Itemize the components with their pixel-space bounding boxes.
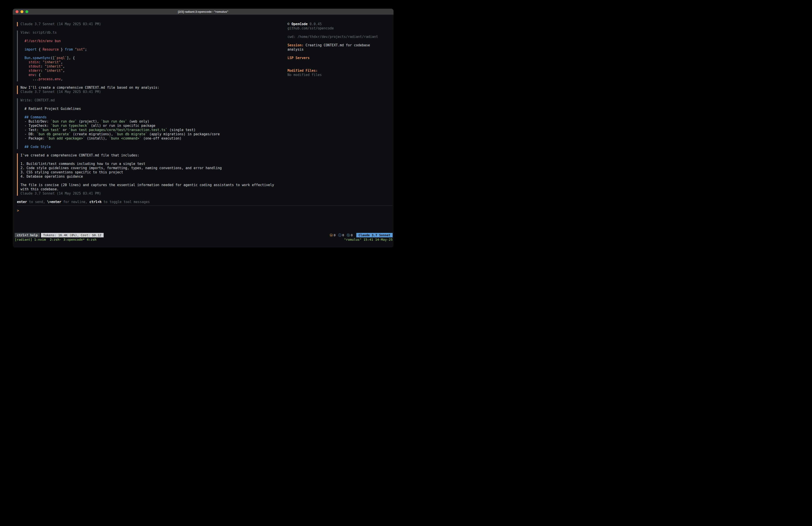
warning-icon: Ⓦ [330,233,333,237]
text-segment: \+enter [47,200,61,204]
help-shortcut-chip[interactable]: ctrl+? help [15,233,40,237]
text-line [288,60,387,65]
text-segment: View: script/db.ts [20,30,57,34]
text-segment: (install), [85,137,109,140]
prompt-input[interactable]: > [17,209,393,213]
text-segment: cwd: /home/thdxr/dev/projects/radiant/ra… [288,35,378,39]
text-line: Modified Files: [288,69,387,73]
text-segment: with this codebase. [20,187,59,191]
text-segment: Bun [25,56,30,60]
text-segment: , [63,65,65,68]
text-segment: I've created a comprehensive CONTEXT.md … [20,153,139,157]
text-segment: ## Commands [25,115,47,119]
text-segment: `bunx <command>` [109,137,141,140]
text-line [20,141,393,145]
text-line [20,111,393,115]
text-segment: `bun run dev` [101,119,127,124]
input-separator [17,205,393,206]
text-segment: - Build/Dev: [20,119,50,124]
text-segment: , [61,60,63,64]
text-segment: # Radiant Project Guidelines [20,107,81,111]
text-segment: process [39,77,53,81]
text-segment: (one-off execution) [141,137,182,140]
sidebar: © OpenCode 0.0.45github.com/sst/opencode… [288,22,387,77]
text-segment: } [59,47,65,52]
text-segment: (project), [77,119,101,124]
text-line: Write: CONTEXT.md [20,98,393,102]
text-segment [20,73,29,77]
tokens-cost-chip: Tokens: 16.4K (8%), Cost: $0.12 [41,233,104,237]
text-segment [20,115,25,119]
text-segment: Claude 3.7 Sonnet (14 May 2025 03:41 PM) [20,90,101,94]
window-titlebar[interactable]: [2/3] radiant:3:opencode - "romulus" [13,9,393,15]
assistant-message-intro: Now I'll create a comprehensive CONTEXT.… [17,86,393,94]
text-line: Now I'll create a comprehensive CONTEXT.… [20,86,393,90]
sidebar-app-info: © OpenCode 0.0.45github.com/sst/opencode… [288,22,387,43]
text-segment: `bun test` [41,128,61,132]
text-line: - Test: `bun test` or `bun test packages… [20,128,393,132]
text-segment: "inherit" [45,69,63,73]
tool-call-write-file: Write: CONTEXT.md # Radiant Project Guid… [17,98,393,149]
session-info: Session: Creating CONTEXT.md for codebas… [288,43,386,52]
text-segment [20,69,29,73]
text-segment: spawnSync [32,56,50,60]
text-segment: "inherit" [43,60,61,64]
text-segment: or [61,128,69,132]
text-segment: The file is concise (20 lines) and captu… [20,183,274,187]
diagnostic-info: ⓘ0 [338,233,344,237]
text-segment: ctrl+h [89,200,101,204]
text-line: 4. Database operations guidance [20,174,393,179]
text-segment: (web only) [127,119,149,124]
text-line: Claude 3.7 Sonnet (14 May 2025 03:41 PM) [20,191,393,196]
minimize-button[interactable] [20,10,24,13]
maximize-button[interactable] [25,10,28,13]
text-line [288,30,387,35]
diagnostics: Ⓦ0 ⓘ0 ⓗ0 [330,233,352,237]
text-segment: . [30,56,32,60]
text-segment: : { [34,73,41,77]
window-title: [2/3] radiant:3:opencode - "romulus" [178,10,228,13]
diagnostic-hints: ⓗ0 [347,233,352,237]
close-button[interactable] [16,10,18,13]
statusbar-spacer [104,233,330,237]
diagnostic-warnings: Ⓦ0 [330,233,335,237]
text-segment: - Test: [20,128,41,132]
text-segment: `bun test packages/core/test/transaction… [69,128,168,132]
text-segment: #!/usr/bin/env bun [20,39,61,43]
text-segment: "sst" [75,47,85,52]
text-segment: (create migrations), [71,132,115,136]
text-line: # Radiant Project Guidelines [20,107,393,111]
text-line [20,102,393,107]
text-line: LSP Servers [288,56,387,60]
text-line: ## Commands [20,115,393,119]
prompt-symbol: > [17,209,19,213]
text-segment: Now I'll create a comprehensive CONTEXT.… [20,86,159,89]
text-line: 1. Build/lint/test commands including ho… [20,162,393,166]
text-segment: `bun add <package>` [47,137,85,140]
text-line: No modified files [288,73,387,77]
text-segment: `psql` [55,56,67,60]
model-badge[interactable]: Claude 3.7 Sonnet [356,233,393,237]
text-segment: stderr [29,69,41,73]
hint-count: 0 [351,233,352,237]
text-segment: - TypeCheck: [20,124,50,128]
text-segment [20,65,29,68]
tmux-window-list[interactable]: [radiant] 1:nvim 2:zsh- 3:opencode* 4:zs… [15,238,97,242]
text-segment: : [41,69,45,73]
text-segment: stdout [29,65,41,68]
text-line: The file is concise (20 lines) and captu… [20,183,393,187]
text-line [288,65,387,69]
text-segment: "inherit" [45,65,63,68]
text-line: ## Code Style [20,145,393,149]
text-segment: ## Code Style [25,145,50,149]
text-segment: , [61,77,63,81]
info-icon: ⓘ [338,233,342,237]
text-segment [73,47,75,52]
text-segment: to send, [27,200,47,204]
text-segment: 0.0.45 [307,22,321,26]
text-segment: (single test) [167,128,195,132]
text-segment: OpenCode [291,22,307,26]
text-segment: env [29,73,34,77]
text-line: enter to send, \+enter for newline, ctrl… [17,200,393,204]
text-segment: 3. CSS styling conventions specific to t… [20,170,123,174]
